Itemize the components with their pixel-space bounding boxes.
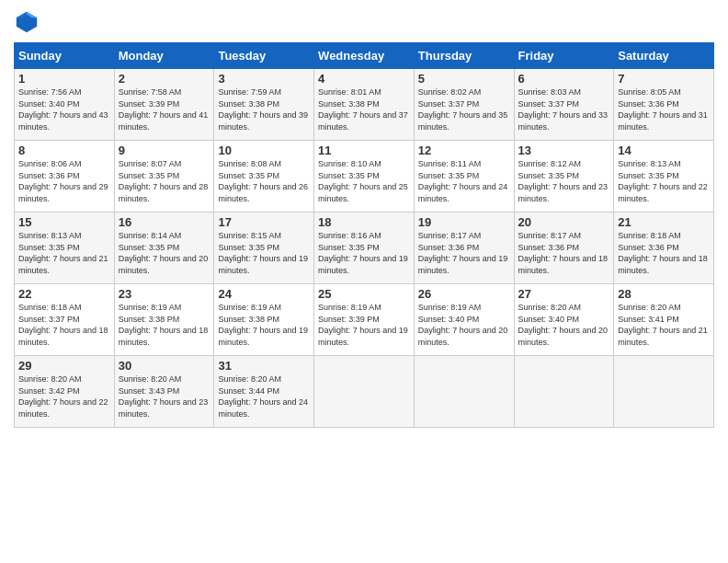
day-cell: 24 Sunrise: 8:19 AM Sunset: 3:38 PM Dayl…	[214, 284, 314, 356]
day-cell: 3 Sunrise: 7:59 AM Sunset: 3:38 PM Dayli…	[214, 69, 314, 141]
day-number: 26	[418, 287, 510, 301]
day-number: 27	[518, 287, 610, 301]
day-info: Sunrise: 8:12 AM Sunset: 3:35 PM Dayligh…	[518, 158, 610, 204]
day-info: Sunrise: 8:17 AM Sunset: 3:36 PM Dayligh…	[518, 230, 610, 276]
day-cell: 1 Sunrise: 7:56 AM Sunset: 3:40 PM Dayli…	[15, 69, 115, 141]
day-cell: 10 Sunrise: 8:08 AM Sunset: 3:35 PM Dayl…	[214, 141, 314, 213]
day-cell: 7 Sunrise: 8:05 AM Sunset: 3:36 PM Dayli…	[614, 69, 714, 141]
day-cell: 18 Sunrise: 8:16 AM Sunset: 3:35 PM Dayl…	[314, 213, 415, 284]
day-info: Sunrise: 8:13 AM Sunset: 3:35 PM Dayligh…	[618, 158, 710, 204]
col-header-wednesday: Wednesday	[314, 43, 415, 69]
day-cell: 15 Sunrise: 8:13 AM Sunset: 3:35 PM Dayl…	[15, 213, 115, 284]
day-cell: 11 Sunrise: 8:10 AM Sunset: 3:35 PM Dayl…	[314, 141, 415, 213]
day-cell: 9 Sunrise: 8:07 AM Sunset: 3:35 PM Dayli…	[114, 141, 214, 213]
day-cell: 13 Sunrise: 8:12 AM Sunset: 3:35 PM Dayl…	[514, 141, 614, 213]
day-info: Sunrise: 8:19 AM Sunset: 3:38 PM Dayligh…	[119, 302, 210, 348]
day-info: Sunrise: 7:58 AM Sunset: 3:39 PM Dayligh…	[119, 86, 210, 132]
day-info: Sunrise: 8:01 AM Sunset: 3:38 PM Dayligh…	[318, 86, 410, 132]
day-cell: 30 Sunrise: 8:20 AM Sunset: 3:43 PM Dayl…	[114, 356, 214, 428]
day-number: 14	[618, 144, 710, 157]
day-cell: 19 Sunrise: 8:17 AM Sunset: 3:36 PM Dayl…	[414, 213, 514, 284]
day-number: 7	[618, 72, 710, 86]
day-info: Sunrise: 8:11 AM Sunset: 3:35 PM Dayligh…	[418, 158, 510, 204]
day-number: 3	[218, 72, 310, 86]
day-cell: 17 Sunrise: 8:15 AM Sunset: 3:35 PM Dayl…	[214, 213, 314, 284]
day-info: Sunrise: 8:20 AM Sunset: 3:43 PM Dayligh…	[119, 373, 210, 419]
day-info: Sunrise: 8:20 AM Sunset: 3:42 PM Dayligh…	[18, 373, 110, 419]
day-number: 16	[119, 215, 210, 229]
day-info: Sunrise: 7:56 AM Sunset: 3:40 PM Dayligh…	[18, 86, 110, 132]
logo	[14, 9, 43, 35]
col-header-monday: Monday	[114, 43, 214, 69]
day-cell	[314, 356, 415, 428]
day-number: 20	[518, 215, 610, 229]
day-number: 23	[119, 287, 210, 301]
day-info: Sunrise: 8:20 AM Sunset: 3:40 PM Dayligh…	[518, 302, 610, 348]
day-info: Sunrise: 8:15 AM Sunset: 3:35 PM Dayligh…	[218, 230, 310, 276]
day-cell: 29 Sunrise: 8:20 AM Sunset: 3:42 PM Dayl…	[15, 356, 115, 428]
day-info: Sunrise: 8:19 AM Sunset: 3:39 PM Dayligh…	[318, 302, 410, 348]
day-cell	[414, 356, 514, 428]
day-cell: 25 Sunrise: 8:19 AM Sunset: 3:39 PM Dayl…	[314, 284, 415, 356]
day-number: 12	[418, 144, 510, 157]
day-info: Sunrise: 8:18 AM Sunset: 3:37 PM Dayligh…	[18, 302, 110, 348]
day-cell	[614, 356, 714, 428]
day-number: 21	[618, 215, 710, 229]
day-info: Sunrise: 8:18 AM Sunset: 3:36 PM Dayligh…	[618, 230, 710, 276]
day-info: Sunrise: 8:07 AM Sunset: 3:35 PM Dayligh…	[119, 158, 210, 204]
day-cell: 26 Sunrise: 8:19 AM Sunset: 3:40 PM Dayl…	[414, 284, 514, 356]
day-cell: 31 Sunrise: 8:20 AM Sunset: 3:44 PM Dayl…	[214, 356, 314, 428]
col-header-sunday: Sunday	[15, 43, 115, 69]
week-row-5: 29 Sunrise: 8:20 AM Sunset: 3:42 PM Dayl…	[15, 356, 714, 428]
col-header-thursday: Thursday	[414, 43, 514, 69]
week-row-1: 1 Sunrise: 7:56 AM Sunset: 3:40 PM Dayli…	[15, 69, 714, 141]
calendar-table: SundayMondayTuesdayWednesdayThursdayFrid…	[14, 42, 714, 428]
day-info: Sunrise: 7:59 AM Sunset: 3:38 PM Dayligh…	[218, 86, 310, 132]
calendar-body: 1 Sunrise: 7:56 AM Sunset: 3:40 PM Dayli…	[15, 69, 714, 428]
col-header-friday: Friday	[514, 43, 614, 69]
day-info: Sunrise: 8:13 AM Sunset: 3:35 PM Dayligh…	[18, 230, 110, 276]
day-info: Sunrise: 8:02 AM Sunset: 3:37 PM Dayligh…	[418, 86, 510, 132]
calendar-header-row: SundayMondayTuesdayWednesdayThursdayFrid…	[15, 43, 714, 69]
day-number: 1	[18, 72, 110, 86]
day-number: 13	[518, 144, 610, 157]
day-number: 15	[18, 215, 110, 229]
day-cell: 2 Sunrise: 7:58 AM Sunset: 3:39 PM Dayli…	[114, 69, 214, 141]
day-info: Sunrise: 8:06 AM Sunset: 3:36 PM Dayligh…	[18, 158, 110, 204]
logo-icon	[14, 9, 40, 35]
day-number: 30	[119, 359, 210, 373]
day-cell: 28 Sunrise: 8:20 AM Sunset: 3:41 PM Dayl…	[614, 284, 714, 356]
day-cell: 4 Sunrise: 8:01 AM Sunset: 3:38 PM Dayli…	[314, 69, 415, 141]
day-number: 24	[218, 287, 310, 301]
day-number: 9	[119, 144, 210, 157]
day-number: 4	[318, 72, 410, 86]
day-cell: 8 Sunrise: 8:06 AM Sunset: 3:36 PM Dayli…	[15, 141, 115, 213]
day-number: 19	[418, 215, 510, 229]
day-cell: 27 Sunrise: 8:20 AM Sunset: 3:40 PM Dayl…	[514, 284, 614, 356]
col-header-saturday: Saturday	[614, 43, 714, 69]
day-number: 2	[119, 72, 210, 86]
page-container: SundayMondayTuesdayWednesdayThursdayFrid…	[0, 0, 728, 437]
day-info: Sunrise: 8:19 AM Sunset: 3:38 PM Dayligh…	[218, 302, 310, 348]
week-row-4: 22 Sunrise: 8:18 AM Sunset: 3:37 PM Dayl…	[15, 284, 714, 356]
day-cell: 6 Sunrise: 8:03 AM Sunset: 3:37 PM Dayli…	[514, 69, 614, 141]
day-info: Sunrise: 8:20 AM Sunset: 3:44 PM Dayligh…	[218, 373, 310, 419]
day-number: 10	[218, 144, 310, 157]
day-info: Sunrise: 8:16 AM Sunset: 3:35 PM Dayligh…	[318, 230, 410, 276]
day-info: Sunrise: 8:05 AM Sunset: 3:36 PM Dayligh…	[618, 86, 710, 132]
day-cell: 16 Sunrise: 8:14 AM Sunset: 3:35 PM Dayl…	[114, 213, 214, 284]
day-number: 6	[518, 72, 610, 86]
day-number: 5	[418, 72, 510, 86]
week-row-3: 15 Sunrise: 8:13 AM Sunset: 3:35 PM Dayl…	[15, 213, 714, 284]
week-row-2: 8 Sunrise: 8:06 AM Sunset: 3:36 PM Dayli…	[15, 141, 714, 213]
day-cell: 23 Sunrise: 8:19 AM Sunset: 3:38 PM Dayl…	[114, 284, 214, 356]
day-cell: 20 Sunrise: 8:17 AM Sunset: 3:36 PM Dayl…	[514, 213, 614, 284]
day-cell: 5 Sunrise: 8:02 AM Sunset: 3:37 PM Dayli…	[414, 69, 514, 141]
page-header	[14, 9, 714, 35]
day-number: 11	[318, 144, 410, 157]
day-info: Sunrise: 8:08 AM Sunset: 3:35 PM Dayligh…	[218, 158, 310, 204]
svg-marker-0	[17, 12, 37, 32]
day-info: Sunrise: 8:20 AM Sunset: 3:41 PM Dayligh…	[618, 302, 710, 348]
day-cell: 21 Sunrise: 8:18 AM Sunset: 3:36 PM Dayl…	[614, 213, 714, 284]
day-number: 29	[18, 359, 110, 373]
